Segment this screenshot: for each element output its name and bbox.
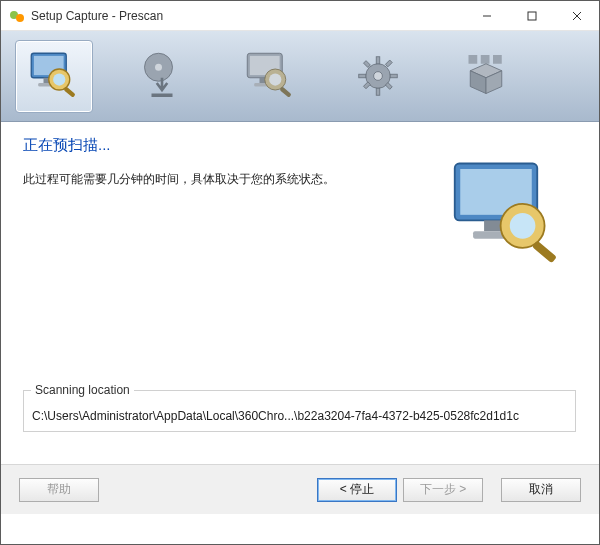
step-install — [123, 40, 201, 113]
svg-rect-27 — [364, 61, 371, 68]
disc-download-icon — [134, 48, 190, 104]
scanning-location-group: Scanning location C:\Users\Administrator… — [23, 390, 576, 432]
gear-icon — [350, 48, 406, 104]
help-button[interactable]: 帮助 — [19, 478, 99, 502]
svg-point-12 — [155, 64, 162, 71]
step-postscan — [231, 40, 309, 113]
svg-rect-26 — [390, 74, 397, 78]
box-folder-icon — [458, 48, 514, 104]
svg-rect-20 — [279, 87, 291, 98]
svg-rect-29 — [385, 60, 392, 67]
svg-rect-30 — [364, 82, 371, 89]
svg-rect-28 — [385, 83, 392, 90]
svg-rect-1 — [528, 12, 536, 20]
svg-rect-32 — [481, 55, 490, 64]
svg-point-9 — [53, 73, 65, 85]
window-buttons — [464, 1, 599, 30]
large-prescan-illustration — [447, 158, 567, 268]
app-icon — [9, 8, 25, 24]
content-area: 正在预扫描... 此过程可能需要几分钟的时间，具体取决于您的系统状态。 Scan… — [1, 122, 599, 464]
cancel-button[interactable]: 取消 — [501, 478, 581, 502]
svg-rect-23 — [376, 57, 380, 64]
scanning-location-path: C:\Users\Administrator\AppData\Local\360… — [32, 409, 567, 423]
monitor-search-icon — [242, 48, 298, 104]
svg-rect-40 — [532, 241, 557, 264]
window-title: Setup Capture - Prescan — [31, 9, 464, 23]
footer-bar: 帮助 < 停止 下一步 > 取消 — [1, 464, 599, 514]
next-button[interactable]: 下一步 > — [403, 478, 483, 502]
svg-rect-33 — [493, 55, 502, 64]
close-button[interactable] — [554, 1, 599, 30]
svg-rect-24 — [376, 88, 380, 95]
step-prescan — [15, 40, 93, 113]
stop-button[interactable]: < 停止 — [317, 478, 397, 502]
maximize-button[interactable] — [509, 1, 554, 30]
svg-point-19 — [269, 73, 281, 85]
svg-rect-13 — [152, 94, 173, 98]
step-package — [447, 40, 525, 113]
monitor-search-icon — [26, 48, 82, 104]
minimize-button[interactable] — [464, 1, 509, 30]
titlebar: Setup Capture - Prescan — [1, 1, 599, 31]
svg-rect-25 — [359, 74, 366, 78]
step-configure — [339, 40, 417, 113]
svg-rect-10 — [63, 87, 75, 98]
scanning-location-label: Scanning location — [31, 383, 134, 397]
svg-rect-31 — [469, 55, 478, 64]
svg-point-22 — [374, 72, 383, 81]
wizard-steps — [1, 31, 599, 122]
page-heading: 正在预扫描... — [23, 136, 577, 155]
svg-point-39 — [510, 213, 536, 239]
